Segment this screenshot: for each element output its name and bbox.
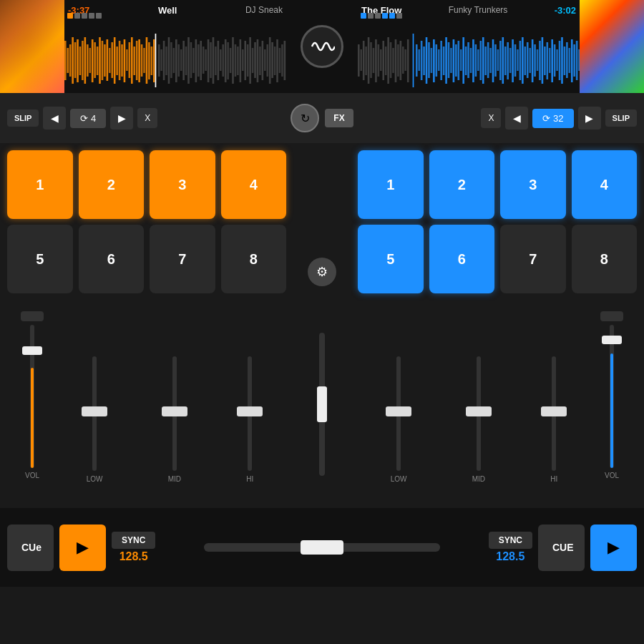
left-marker-5: [96, 13, 102, 19]
svg-rect-48: [182, 41, 185, 80]
right-pad-4[interactable]: 4: [572, 150, 638, 219]
right-vol-handle[interactable]: [602, 336, 622, 344]
waveform-logo-icon: [309, 34, 335, 59]
svg-rect-137: [477, 49, 479, 71]
svg-rect-32: [143, 48, 145, 73]
right-x-button[interactable]: X: [481, 108, 501, 128]
right-waveform[interactable]: The Flow Funky Trunkers -3:02: [358, 0, 580, 93]
right-prev-button[interactable]: ◀: [505, 107, 528, 130]
svg-rect-96: [373, 48, 375, 73]
left-pad-6[interactable]: 6: [79, 225, 145, 293]
left-pad-4[interactable]: 4: [221, 150, 287, 219]
right-marker-1: [361, 13, 366, 19]
left-pad-3[interactable]: 3: [150, 150, 215, 219]
crossfader-handle[interactable]: [317, 386, 327, 422]
right-slip-button[interactable]: SLIP: [605, 109, 637, 127]
right-controls: X ◀ ⟳ 32 ▶ SLIP: [359, 107, 637, 130]
left-vol-handle[interactable]: [22, 346, 42, 355]
sync-button[interactable]: ↻: [291, 104, 319, 132]
left-pad-7[interactable]: 7: [150, 225, 215, 293]
pitch-fader-handle[interactable]: [301, 540, 343, 555]
left-prev-button[interactable]: ◀: [43, 107, 66, 130]
svg-rect-124: [445, 37, 447, 84]
left-pad-8[interactable]: 8: [221, 225, 287, 293]
right-pad-8[interactable]: 8: [572, 225, 638, 293]
svg-rect-27: [131, 37, 133, 84]
gear-button[interactable]: ⚙: [308, 258, 336, 286]
svg-rect-45: [175, 39, 177, 82]
svg-rect-66: [227, 42, 229, 79]
svg-rect-151: [512, 39, 514, 82]
right-eq-low-label: LOW: [391, 475, 407, 483]
crossfader-section: [286, 308, 358, 501]
left-vol-track[interactable]: [30, 325, 34, 468]
left-eq-hi-handle[interactable]: [237, 406, 263, 416]
left-play-button[interactable]: ▶: [59, 525, 106, 571]
left-marker-1: [67, 13, 73, 19]
svg-rect-101: [385, 47, 387, 75]
right-play-button[interactable]: ▶: [590, 525, 637, 571]
svg-rect-4: [74, 42, 77, 78]
left-loop-button[interactable]: ⟳ 4: [70, 109, 106, 128]
right-vol-track[interactable]: [610, 325, 614, 468]
left-eq-mid-label: MID: [168, 475, 181, 483]
right-cue-button[interactable]: CUE: [538, 525, 585, 571]
right-pad-5[interactable]: 5: [358, 225, 424, 293]
right-sync-label[interactable]: SYNC: [489, 532, 532, 549]
pitch-fader[interactable]: [204, 543, 440, 552]
left-waveform[interactable]: -3:37 Well DJ Sneak: [64, 0, 286, 93]
left-cue-button[interactable]: CUe: [7, 525, 54, 571]
right-eq-mid-track[interactable]: [477, 356, 481, 471]
left-eq-mid-track[interactable]: [172, 356, 177, 471]
crossfader-track[interactable]: [319, 333, 325, 476]
left-slip-button[interactable]: SLIP: [7, 109, 39, 127]
svg-rect-167: [551, 39, 553, 82]
svg-rect-126: [450, 48, 452, 73]
left-eq-low-track[interactable]: [92, 356, 97, 471]
center-pad-area: ⚙: [293, 150, 351, 293]
right-pad-1[interactable]: 1: [358, 150, 424, 219]
right-play-icon: ▶: [608, 538, 620, 557]
left-eq-mid-handle[interactable]: [162, 406, 187, 416]
right-eq-low-handle[interactable]: [386, 406, 411, 416]
left-next-button[interactable]: ▶: [110, 107, 133, 130]
svg-rect-148: [504, 47, 507, 75]
svg-rect-64: [222, 44, 224, 77]
right-marker-4: [382, 13, 388, 19]
fx-button[interactable]: FX: [325, 109, 353, 127]
pads-section: 1 2 3 4 5 6 7 8 ⚙ 1 2 3 4 5 6 7 8: [0, 143, 644, 301]
svg-rect-121: [438, 49, 440, 71]
svg-rect-168: [554, 44, 556, 77]
svg-rect-156: [525, 47, 527, 75]
right-pad-7[interactable]: 7: [500, 225, 566, 293]
svg-rect-84: [271, 42, 273, 78]
right-pad-6[interactable]: 6: [429, 225, 495, 293]
svg-rect-100: [382, 41, 384, 80]
svg-rect-21: [116, 47, 118, 75]
left-pad-2[interactable]: 2: [79, 150, 145, 219]
svg-rect-173: [566, 42, 568, 78]
svg-rect-116: [426, 37, 428, 84]
right-pad-3[interactable]: 3: [500, 150, 566, 219]
left-volume-fader: VOL: [11, 308, 54, 501]
left-eq-low-handle[interactable]: [82, 406, 107, 416]
right-eq-mid-handle[interactable]: [466, 406, 492, 416]
svg-rect-120: [436, 44, 438, 77]
left-eq-hi-track[interactable]: [248, 356, 252, 471]
right-loop-button[interactable]: ⟳ 32: [532, 109, 573, 128]
left-waveform-svg: [64, 34, 286, 87]
left-pad-5[interactable]: 5: [7, 225, 73, 293]
left-sync-label[interactable]: SYNC: [112, 532, 155, 549]
right-eq-hi-track[interactable]: [552, 356, 556, 471]
svg-rect-93: [365, 47, 367, 75]
svg-rect-58: [208, 39, 210, 82]
svg-rect-106: [397, 44, 399, 77]
right-pad-2[interactable]: 2: [429, 150, 495, 219]
right-eq-hi-handle[interactable]: [541, 406, 567, 416]
left-x-button[interactable]: X: [137, 108, 157, 128]
left-eq-low-label: LOW: [87, 475, 103, 483]
right-eq-low-track[interactable]: [396, 356, 401, 471]
svg-rect-83: [269, 37, 271, 84]
left-pad-1[interactable]: 1: [7, 150, 73, 219]
right-next-button[interactable]: ▶: [578, 107, 601, 130]
